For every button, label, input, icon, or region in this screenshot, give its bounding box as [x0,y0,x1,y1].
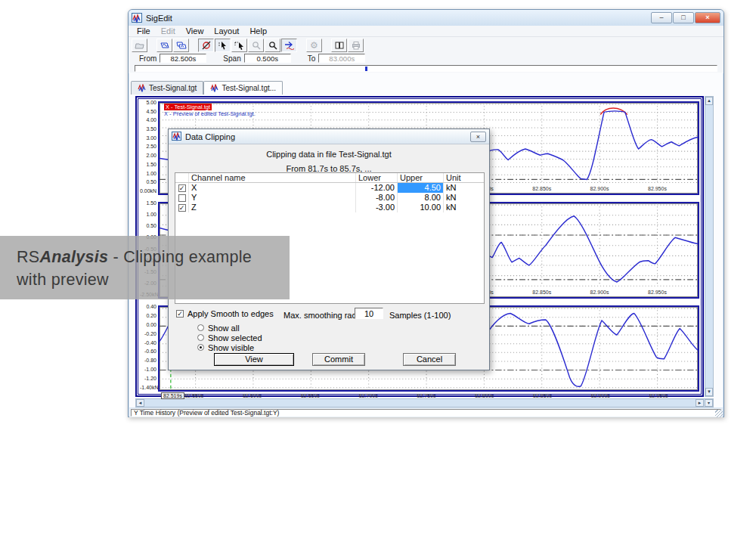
multi-select-arrow-button[interactable] [231,39,247,52]
dialog-close-icon[interactable]: × [470,132,486,142]
upper-value-selected[interactable]: 4.50 [398,183,444,193]
tab-test-signal[interactable]: Test-Signal.tgt [131,81,203,94]
channel-y-checkbox[interactable] [178,194,186,202]
dialog-title-bar[interactable]: Data Clipping × [169,129,489,144]
dialog-icon [172,132,182,141]
channel-z-checkbox[interactable]: ✓ [178,204,186,212]
select-arrow-button[interactable] [215,39,231,52]
to-label: To [308,54,316,63]
y-tick-label: 1.00 [140,212,156,217]
radio-show-selected[interactable]: Show selected [197,333,262,342]
scroll-up-icon[interactable]: ▲ [705,97,713,105]
channel-name: X [189,183,356,193]
x-tick-label: 82.700s [359,393,378,398]
x-tick-label: 82.950s [648,290,667,295]
x-tick-label: 82.950s [649,393,668,398]
radio-icon[interactable] [197,334,204,341]
horizontal-scrollbar[interactable]: ◄ ► ▾ [135,398,714,407]
table-row[interactable]: Y -8.00 8.00 kN [175,193,484,203]
tab-test-signal-preview[interactable]: Test-Signal.tgt... [203,81,283,94]
radio-label: Show visible [208,343,254,352]
open-file-button[interactable] [132,39,147,52]
zoom-in-button[interactable] [265,39,280,52]
y-tick-label: 4.00 [140,117,156,122]
header-check-column [175,173,189,182]
radio-icon[interactable] [197,324,204,331]
maximize-button[interactable]: □ [673,12,694,23]
lower-value[interactable]: -3.00 [356,203,398,212]
table-row[interactable]: ✓ X -12.00 4.50 kN [175,183,484,193]
legend-original[interactable]: X - Test-Signal.tgt [164,104,212,110]
header-lower: Lower [356,173,398,182]
view-button[interactable]: View [214,353,294,366]
print-icon [351,41,361,50]
lower-value[interactable]: -8.00 [356,193,398,203]
apply-smooth-checkbox[interactable]: ✓ [176,310,184,318]
minimize-button[interactable]: – [651,12,672,23]
y-tick-label: -0.60 [140,349,156,354]
status-bar: Y Time History (Preview of edited Test-S… [129,408,723,417]
upper-value[interactable]: 8.00 [398,193,444,203]
signal-arrow-button[interactable] [281,39,297,52]
caption-prefix: RS [17,248,39,266]
radio-label: Show all [208,324,240,333]
vertical-scrollbar[interactable]: ▲ ▼ [705,96,714,397]
split-view-button[interactable] [331,39,347,52]
screen: SigEdit – □ × File Edit View Layout Help [0,0,756,536]
menu-file[interactable]: File [132,26,156,36]
menu-view[interactable]: View [181,26,209,36]
span-field[interactable]: 0.500s [244,54,291,63]
header-upper: Upper [398,173,444,182]
x-tick-label: 82.900s [590,290,609,295]
legend-preview[interactable]: X - Preview of edited Test-Signal.tgt. [164,110,256,117]
y-tick-label: 0.00 [140,322,156,327]
radio-show-visible[interactable]: Show visible [197,342,262,352]
y-tick-label: -0.80 [140,358,156,363]
signal-file-icon [138,84,147,92]
edit-signal-icon [160,41,170,50]
table-row[interactable]: ✓ Z -3.00 10.00 kN [175,203,484,212]
print-button[interactable] [348,39,364,52]
split-view-icon [334,41,345,50]
upper-value[interactable]: 10.00 [398,203,444,212]
y-tick-label: 3.00 [140,135,156,141]
scroll-right-icon[interactable]: ► [696,399,704,407]
app-icon [132,13,143,23]
scroll-left-icon[interactable]: ◄ [136,399,144,407]
radio-show-all[interactable]: Show all [197,323,262,333]
position-slider[interactable] [135,65,717,72]
smoothing-radius-input[interactable]: 10 [355,308,383,319]
unit-value: kN [444,203,484,212]
dialog-title: Data Clipping [185,132,470,141]
edit-signal-copy-button[interactable] [173,39,189,52]
unit-value: kN [444,183,484,193]
channel-x-checkbox[interactable]: ✓ [178,184,186,192]
menu-bar: File Edit View Layout Help [129,26,723,37]
x-tick-label: 82.900s [590,186,609,191]
process-button[interactable]: ⚙ [306,39,322,52]
tab-label: Test-Signal.tgt... [222,84,276,92]
resize-grip-icon[interactable] [715,410,723,417]
commit-button[interactable]: Commit [312,353,365,366]
x-tick-label: 82.950s [648,186,667,191]
y-tick-label: -1.40kN [140,385,156,390]
scroll-menu-icon[interactable]: ▾ [705,399,713,407]
table-header-row: Channel name Lower Upper Unit [175,173,484,183]
slider-thumb[interactable] [365,67,367,71]
clip-icon [201,41,212,50]
edit-signal-button[interactable] [156,39,172,52]
from-field[interactable]: 82.500s [160,54,206,63]
unit-value: kN [444,193,484,203]
zoom-out-button[interactable] [248,39,264,52]
menu-help[interactable]: Help [244,26,272,36]
close-button[interactable]: × [695,12,720,23]
lower-value[interactable]: -12.00 [356,183,398,193]
title-bar[interactable]: SigEdit – □ × [129,10,723,26]
smoothing-radius-hint: Samples (1-100) [389,311,451,320]
clip-tool-button[interactable] [198,39,214,52]
radio-icon-checked[interactable] [197,344,204,351]
menu-layout[interactable]: Layout [209,26,244,36]
y-tick-label: 2.00 [140,153,156,158]
scroll-down-icon[interactable]: ▼ [705,388,713,396]
cancel-button[interactable]: Cancel [403,353,456,366]
